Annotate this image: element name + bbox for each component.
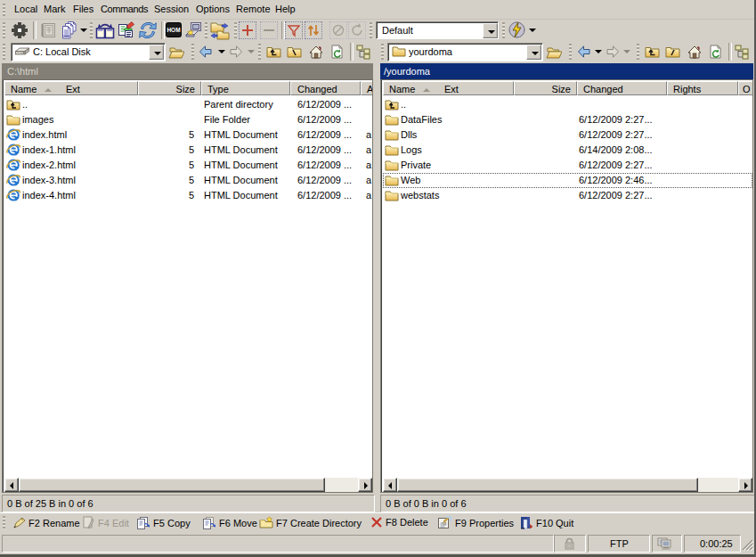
svg-text:HOM: HOM	[167, 27, 180, 33]
